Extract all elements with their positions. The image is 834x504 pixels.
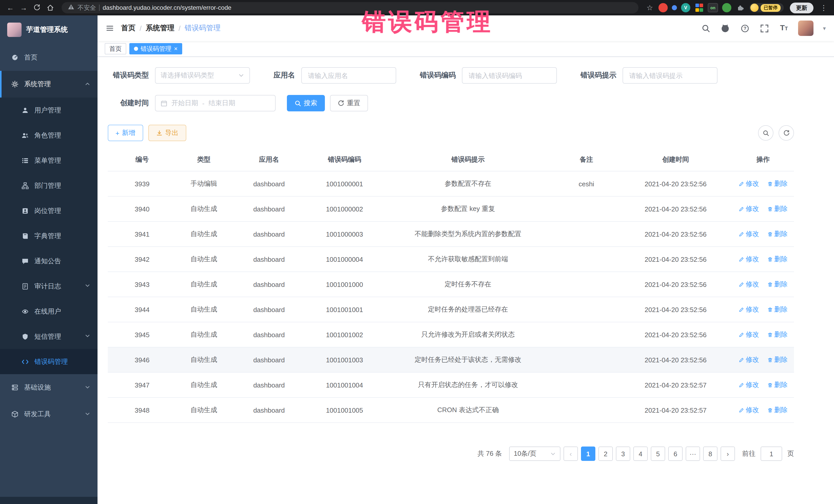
- extension-icon-grid[interactable]: [695, 3, 704, 12]
- sidebar-item-post-mgmt[interactable]: 岗位管理: [0, 198, 97, 223]
- delete-button[interactable]: 删除: [767, 179, 788, 188]
- sidebar-item-infra[interactable]: 基础设施: [0, 374, 97, 401]
- help-icon[interactable]: ?: [740, 23, 750, 34]
- extension-icon-red[interactable]: [658, 3, 668, 12]
- error-type-select[interactable]: 请选择错误码类型: [155, 67, 250, 84]
- extensions-puzzle-icon[interactable]: [734, 2, 746, 14]
- browser-update-button[interactable]: 更新: [790, 2, 813, 13]
- delete-button[interactable]: 删除: [767, 229, 788, 239]
- delete-button[interactable]: 删除: [767, 255, 788, 264]
- edit-button[interactable]: 修改: [739, 355, 759, 365]
- sidebar-item-home[interactable]: 首页: [0, 44, 97, 71]
- edit-button[interactable]: 修改: [739, 229, 759, 239]
- filter-code: 错误码编码: [420, 67, 557, 84]
- user-avatar[interactable]: [798, 21, 814, 36]
- refresh-table-button[interactable]: [778, 125, 794, 140]
- delete-button[interactable]: 删除: [767, 280, 788, 289]
- error-code-input[interactable]: [462, 67, 557, 84]
- refresh-icon[interactable]: [31, 2, 43, 14]
- browser-menu-kebab-icon[interactable]: ⋮: [817, 2, 830, 14]
- page-size-select[interactable]: 10条/页: [509, 446, 561, 461]
- bookmark-star-icon[interactable]: ☆: [643, 2, 656, 14]
- page-button[interactable]: 8: [703, 446, 718, 461]
- edit-button[interactable]: 修改: [739, 305, 759, 314]
- pencil-icon: [739, 407, 744, 413]
- fullscreen-icon[interactable]: [759, 23, 770, 34]
- sidebar-item-dev-tools[interactable]: 研发工具: [0, 401, 97, 428]
- search-button[interactable]: 搜索: [287, 95, 325, 111]
- sidebar-item-dict-mgmt[interactable]: 字典管理: [0, 223, 97, 248]
- breadcrumb-system[interactable]: 系统管理: [146, 24, 175, 33]
- reset-button[interactable]: 重置: [330, 95, 368, 111]
- jump-page-input[interactable]: [761, 446, 782, 461]
- page-button[interactable]: 2: [598, 446, 613, 461]
- cell-actions: 修改 删除: [732, 171, 794, 196]
- prev-page-button[interactable]: ‹: [564, 446, 578, 461]
- forward-icon[interactable]: →: [18, 2, 30, 14]
- sidebar-item-dept-mgmt[interactable]: 部门管理: [0, 173, 97, 198]
- avatar-caret-down-icon[interactable]: ▾: [823, 25, 826, 31]
- browser-profile-chip[interactable]: 已暂停: [749, 3, 784, 12]
- edit-button[interactable]: 修改: [739, 280, 759, 289]
- sidebar-item-user-mgmt[interactable]: 用户管理: [0, 97, 97, 123]
- page-button[interactable]: 4: [633, 446, 648, 461]
- tab-error-code[interactable]: 错误码管理 ×: [129, 43, 182, 54]
- filter-type: 错误码类型 请选择错误码类型: [108, 67, 250, 84]
- breadcrumb: 首页 / 系统管理 / 错误码管理: [121, 24, 221, 33]
- export-button[interactable]: 导出: [148, 125, 186, 141]
- sidebar-item-system[interactable]: 系统管理: [0, 71, 97, 97]
- sidebar-item-audit-log[interactable]: 审计日志: [0, 273, 97, 299]
- page-button[interactable]: 5: [651, 446, 665, 461]
- sidebar-item-menu-mgmt[interactable]: 菜单管理: [0, 148, 97, 173]
- back-icon[interactable]: ←: [4, 2, 17, 14]
- search-button-label: 搜索: [304, 98, 317, 108]
- edit-label: 修改: [746, 280, 759, 289]
- extension-icon-blue-dot[interactable]: [672, 5, 677, 10]
- logo[interactable]: 芋道管理系统: [0, 15, 97, 44]
- edit-button[interactable]: 修改: [739, 255, 759, 264]
- extension-icon-on[interactable]: on: [708, 3, 718, 12]
- page-button[interactable]: 3: [616, 446, 630, 461]
- edit-button[interactable]: 修改: [739, 380, 759, 390]
- sidebar-item-notice[interactable]: 通知公告: [0, 248, 97, 273]
- collapse-sidebar-icon[interactable]: [106, 24, 114, 32]
- add-button[interactable]: + 新增: [108, 125, 143, 141]
- filter-label: 应用名: [273, 71, 295, 80]
- page-button[interactable]: ···: [686, 446, 700, 461]
- sidebar-item-sms-mgmt[interactable]: 短信管理: [0, 324, 97, 349]
- cell-time: 2021-04-20 23:52:56: [619, 247, 732, 272]
- edit-button[interactable]: 修改: [739, 406, 759, 415]
- edit-button[interactable]: 修改: [739, 204, 759, 214]
- search-icon[interactable]: [701, 23, 711, 34]
- font-size-icon[interactable]: TT: [779, 23, 789, 34]
- breadcrumb-home[interactable]: 首页: [121, 24, 135, 33]
- delete-button[interactable]: 删除: [767, 330, 788, 339]
- home-icon[interactable]: [44, 2, 57, 14]
- date-range-picker[interactable]: 开始日期 - 结束日期: [155, 95, 276, 111]
- tab-home[interactable]: 首页: [105, 43, 126, 54]
- cell-id: 3944: [108, 297, 176, 322]
- close-icon[interactable]: ×: [174, 46, 178, 52]
- delete-button[interactable]: 删除: [767, 204, 788, 214]
- toggle-search-button[interactable]: [758, 125, 773, 140]
- org-tree-icon: [22, 182, 29, 189]
- extension-icon-green[interactable]: [722, 3, 731, 12]
- page-button[interactable]: 1: [581, 446, 595, 461]
- next-page-button[interactable]: ›: [721, 446, 735, 461]
- app-name-input[interactable]: [301, 67, 396, 84]
- page-button[interactable]: 6: [668, 446, 683, 461]
- delete-button[interactable]: 删除: [767, 380, 788, 390]
- edit-button[interactable]: 修改: [739, 179, 759, 188]
- edit-button[interactable]: 修改: [739, 330, 759, 339]
- delete-button[interactable]: 删除: [767, 355, 788, 365]
- url-bar[interactable]: 不安全 dashboard.yudao.iocoder.cn/system/er…: [62, 2, 638, 13]
- delete-button[interactable]: 删除: [767, 406, 788, 415]
- extension-icon-v[interactable]: V: [681, 3, 690, 12]
- error-message-input[interactable]: [622, 67, 718, 84]
- delete-button[interactable]: 删除: [767, 305, 788, 314]
- sidebar-item-role-mgmt[interactable]: 角色管理: [0, 123, 97, 148]
- sidebar-item-error-code-mgmt[interactable]: 错误码管理: [0, 349, 97, 374]
- cell-code: 1001000001: [307, 171, 382, 196]
- github-icon[interactable]: [720, 23, 730, 34]
- sidebar-item-online-users[interactable]: 在线用户: [0, 299, 97, 324]
